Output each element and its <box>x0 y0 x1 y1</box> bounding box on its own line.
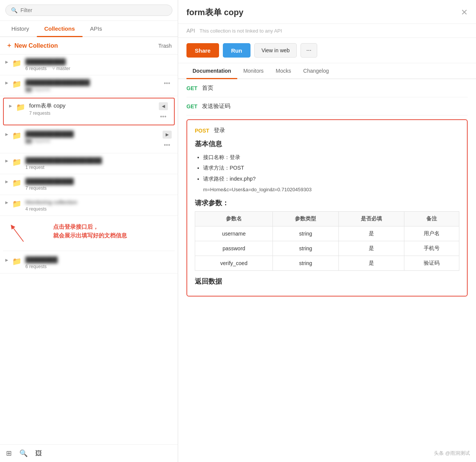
right-panel: form表单 copy ✕ API This collection is not… <box>178 0 476 462</box>
param-note: 手机号 <box>404 241 459 256</box>
svg-line-1 <box>12 226 23 242</box>
table-header-type: 参数类型 <box>273 212 338 226</box>
folder-icon: 📁 <box>12 158 22 167</box>
annotation-box: 点击登录接口后，就会展示出填写好的文档信息 <box>3 217 175 251</box>
blurred-meta: ██ requests <box>25 87 50 92</box>
param-type: string <box>273 226 338 241</box>
watermark: 头条 @雨洞测试 <box>434 450 470 457</box>
more-button[interactable]: ••• <box>161 141 172 149</box>
blurred-name: ████████████████ <box>25 79 90 86</box>
url-suffix: m=Home&c=User&a=do_login&t=0.71020459303 <box>195 187 459 192</box>
table-row: verify_coed string 是 验证码 <box>195 256 459 271</box>
view-in-web-button[interactable]: View in web <box>254 43 297 58</box>
request-count: 7 requests <box>25 186 47 191</box>
search-icon: 🔍 <box>11 7 17 13</box>
tab-changelog[interactable]: Changelog <box>297 63 335 78</box>
method-badge: GET <box>186 103 197 109</box>
chevron-right-icon: ▶ <box>5 60 8 64</box>
doc-content: GET 首页 GET 发送验证码 POST 登录 基本信息 接口名称：登录 请求… <box>178 79 476 462</box>
run-button[interactable]: Run <box>223 43 251 58</box>
share-button[interactable]: Share <box>186 43 219 58</box>
api-row: API This collection is not linked to any… <box>178 24 476 38</box>
table-header-name: 参数名 <box>195 212 273 226</box>
list-item[interactable]: ▶ 📁 ████████████ ██ requests ▶ ••• <box>0 127 178 153</box>
tab-apis[interactable]: APIs <box>83 21 110 36</box>
info-item: 接口名称：登录 <box>203 153 459 161</box>
collapse-button[interactable]: ◀ <box>159 102 168 110</box>
new-collection-button[interactable]: ＋ New Collection <box>6 42 58 50</box>
left-panel: 🔍 History Collections APIs ＋ New Collect… <box>0 0 178 462</box>
param-name: username <box>195 226 273 241</box>
filter-input-wrap[interactable]: 🔍 <box>5 5 172 16</box>
table-header-note: 备注 <box>404 212 459 226</box>
chevron-right-icon: ▶ <box>5 179 8 184</box>
list-item[interactable]: ▶ 📁 ██████████ 6 requests ⑂ master <box>0 55 178 75</box>
more-button[interactable]: ••• <box>161 79 172 87</box>
bottom-icons-bar: ⊞ 🔍 🖼 <box>0 444 178 462</box>
api-label: API <box>186 28 195 34</box>
chevron-right-icon: ▶ <box>5 258 8 262</box>
endpoint-row-get-code[interactable]: GET 发送验证码 <box>186 97 468 116</box>
trash-button[interactable]: Trash <box>158 43 172 49</box>
endpoint-row-get-homepage[interactable]: GET 首页 <box>186 79 468 97</box>
chevron-right-icon: ▶ <box>5 81 8 85</box>
folder-icon: 📁 <box>12 59 22 68</box>
endpoint-name: 首页 <box>202 84 213 92</box>
request-count: 7 requests <box>29 111 50 116</box>
layout-icon[interactable]: ⊞ <box>6 449 12 457</box>
tab-collections[interactable]: Collections <box>37 21 83 36</box>
endpoint-name: 登录 <box>214 127 225 134</box>
folder-icon: 📁 <box>12 131 22 140</box>
filter-input[interactable] <box>20 7 167 13</box>
tab-mocks[interactable]: Mocks <box>270 63 297 78</box>
list-item[interactable]: ▶ 📁 ███████████████████ 1 request <box>0 153 178 174</box>
plus-icon: ＋ <box>6 42 12 50</box>
list-item[interactable]: ▶ 📁 ████████████████ ██ requests ••• <box>0 75 178 96</box>
blurred-name: ████████████ <box>25 131 74 137</box>
info-item: 请求方法：POST <box>203 164 459 172</box>
blurred-name: ██████████ <box>25 58 66 65</box>
filter-bar: 🔍 <box>0 0 178 21</box>
request-count: 6 requests <box>25 264 47 269</box>
endpoint-name: 发送验证码 <box>202 103 230 110</box>
tab-documentation[interactable]: Documentation <box>186 63 237 78</box>
chevron-right-icon: ▶ <box>5 132 8 136</box>
chevron-right-icon: ▶ <box>5 159 8 163</box>
blurred-name: ████████████ <box>25 178 74 184</box>
more-button[interactable]: ••• <box>158 112 169 121</box>
params-title: 请求参数： <box>195 198 459 208</box>
close-button[interactable]: ✕ <box>461 8 468 17</box>
list-item[interactable]: ▶ 📁 ████████████ 7 requests <box>0 174 178 195</box>
section-title: 基本信息 <box>195 139 459 148</box>
chevron-right-icon: ▶ <box>5 200 8 204</box>
tab-monitors[interactable]: Monitors <box>237 63 270 78</box>
param-required: 是 <box>338 226 404 241</box>
tab-history[interactable]: History <box>4 21 37 36</box>
list-item[interactable]: ▶ 📁 Monitoring collection 4 requests <box>0 195 178 216</box>
list-item[interactable]: ▶ 📁 ████████ 6 requests <box>0 253 178 273</box>
action-buttons: Share Run View in web ··· <box>178 38 476 63</box>
param-type: string <box>273 256 338 271</box>
annotation-arrow-icon <box>8 223 27 245</box>
list-item-form-copy[interactable]: ▶ 📁 form表单 copy 7 requests ◀ ••• <box>3 98 175 125</box>
folder-icon: 📁 <box>16 103 25 112</box>
folder-icon: 📁 <box>12 80 22 89</box>
endpoint-row-post-login[interactable]: POST 登录 <box>195 127 459 139</box>
params-table: 参数名 参数类型 是否必填 备注 username string 是 用户名 p… <box>195 211 459 271</box>
search-icon[interactable]: 🔍 <box>19 449 28 457</box>
expand-button[interactable]: ▶ <box>163 131 172 139</box>
table-row: password string 是 手机号 <box>195 241 459 256</box>
image-icon[interactable]: 🖼 <box>35 450 42 457</box>
param-note: 用户名 <box>404 226 459 241</box>
request-count: 1 request <box>25 165 44 170</box>
folder-icon: 📁 <box>12 257 22 266</box>
annotation-text: 点击登录接口后，就会展示出填写好的文档信息 <box>53 223 127 240</box>
doc-tabs: Documentation Monitors Mocks Changelog <box>178 63 476 79</box>
blurred-name: Monitoring collection <box>25 199 77 205</box>
info-item: 请求路径：index.php? <box>203 175 459 183</box>
more-button[interactable]: ··· <box>301 43 317 58</box>
panel-title: form表单 copy <box>186 7 243 18</box>
param-required: 是 <box>338 241 404 256</box>
collections-list: ▶ 📁 ██████████ 6 requests ⑂ master ▶ <box>0 55 178 444</box>
request-count: 6 requests <box>25 66 47 71</box>
